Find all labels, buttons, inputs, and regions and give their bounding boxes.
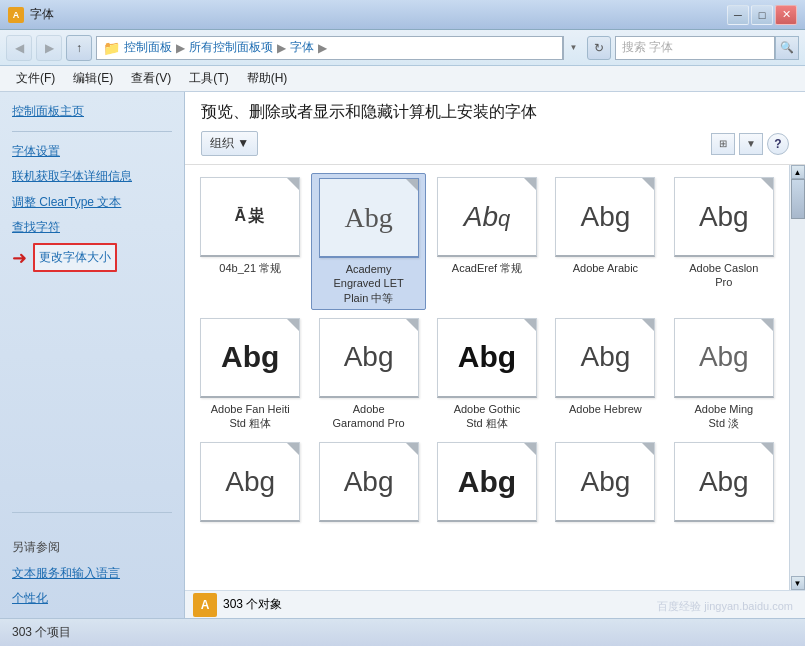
font-icon-r11: Abg — [200, 442, 300, 522]
sidebar-section-title: 另请参阅 — [12, 539, 172, 556]
title-bar-left: A 字体 — [8, 6, 54, 23]
font-item-garamond[interactable]: Abg AdobeGaramond Pro — [311, 314, 425, 435]
title-bar: A 字体 ─ □ ✕ — [0, 0, 805, 30]
address-box[interactable]: 📁 控制面板 ▶ 所有控制面板项 ▶ 字体 ▶ — [96, 36, 563, 60]
sidebar: 控制面板主页 字体设置 联机获取字体详细信息 调整 ClearType 文本 查… — [0, 92, 185, 618]
address-dropdown[interactable]: ▼ — [563, 36, 583, 60]
font-icon-r12: Abg — [319, 442, 419, 522]
menu-bar: 文件(F) 编辑(E) 查看(V) 工具(T) 帮助(H) — [0, 66, 805, 92]
sidebar-item-home[interactable]: 控制面板主页 — [12, 102, 172, 121]
close-button[interactable]: ✕ — [775, 5, 797, 25]
font-icon-fanheiti: Abg — [200, 318, 300, 398]
font-icon-arabic: Abg — [555, 177, 655, 257]
help-button[interactable]: ? — [767, 133, 789, 155]
organize-label: 组织 ▼ — [210, 135, 249, 152]
address-font[interactable]: 字体 — [290, 39, 314, 56]
font-label-caslon: Adobe CaslonPro — [689, 261, 758, 290]
content-header: 预览、删除或者显示和隐藏计算机上安装的字体 组织 ▼ ⊞ ▼ ? — [185, 92, 805, 165]
font-label-garamond: AdobeGaramond Pro — [333, 402, 405, 431]
font-icon-academy: Abg — [319, 178, 419, 258]
statusbar-count: 303 个项目 — [12, 624, 71, 641]
menu-help[interactable]: 帮助(H) — [239, 67, 296, 90]
status-bar: 303 个项目 — [0, 618, 805, 646]
menu-view[interactable]: 查看(V) — [123, 67, 179, 90]
sidebar-item-cleartype[interactable]: 调整 ClearType 文本 — [12, 193, 172, 212]
font-icon-garamond: Abg — [319, 318, 419, 398]
page-title: 预览、删除或者显示和隐藏计算机上安装的字体 — [201, 102, 789, 123]
font-label-academy: AcademyEngraved LETPlain 中等 — [333, 262, 403, 305]
view-mode-button[interactable]: ⊞ — [711, 133, 735, 155]
sidebar-divider-1 — [12, 131, 172, 132]
font-item-fanheiti[interactable]: Abg Adobe Fan HeitiStd 粗体 — [193, 314, 307, 435]
up-button[interactable]: ↑ — [66, 35, 92, 61]
window-title: 字体 — [30, 6, 54, 23]
toolbar-row: 组织 ▼ ⊞ ▼ ? — [201, 131, 789, 156]
font-item-ming[interactable]: Abg Adobe MingStd 淡 — [667, 314, 781, 435]
maximize-button[interactable]: □ — [751, 5, 773, 25]
sidebar-item-personalize[interactable]: 个性化 — [12, 589, 172, 608]
font-item-acadef[interactable]: Abq AcadEref 常规 — [430, 173, 544, 310]
font-icon-acadef: Abq — [437, 177, 537, 257]
scroll-down[interactable]: ▼ — [791, 576, 805, 590]
organize-button[interactable]: 组织 ▼ — [201, 131, 258, 156]
font-item-gothic[interactable]: Abg Adobe GothicStd 粗体 — [430, 314, 544, 435]
status-font-icon: A — [193, 593, 217, 617]
font-label-fanheiti: Adobe Fan HeitiStd 粗体 — [211, 402, 290, 431]
highlighted-link: 更改字体大小 — [33, 243, 117, 272]
font-label-hebrew: Adobe Hebrew — [569, 402, 642, 416]
font-icon-r15: Abg — [674, 442, 774, 522]
content-status: A 303 个对象 — [185, 590, 805, 618]
address-all[interactable]: 所有控制面板项 — [189, 39, 273, 56]
forward-button[interactable]: ▶ — [36, 35, 62, 61]
arrow-container: ➜ 更改字体大小 — [12, 243, 172, 272]
window-icon: A — [8, 7, 24, 23]
font-label-arabic: Adobe Arabic — [573, 261, 638, 275]
search-placeholder: 搜索 字体 — [622, 39, 673, 56]
address-cp[interactable]: 控制面板 — [124, 39, 172, 56]
font-item-academy[interactable]: Abg AcademyEngraved LETPlain 中等 — [311, 173, 425, 310]
font-icon-gothic: Abg — [437, 318, 537, 398]
font-item-r15[interactable]: Abg — [667, 438, 781, 530]
view-list-button[interactable]: ▼ — [739, 133, 763, 155]
font-label-acadef: AcadEref 常规 — [452, 261, 522, 275]
sidebar-item-findchar[interactable]: 查找字符 — [12, 218, 172, 237]
font-grid: Ā粜 04b_21 常规 Abg AcademyEngraved LETPlai… — [185, 165, 789, 590]
menu-tools[interactable]: 工具(T) — [181, 67, 236, 90]
title-controls: ─ □ ✕ — [727, 5, 797, 25]
font-item-04b21[interactable]: Ā粜 04b_21 常规 — [193, 173, 307, 310]
font-item-r11[interactable]: Abg — [193, 438, 307, 530]
font-icon-ming: Abg — [674, 318, 774, 398]
main-area: 控制面板主页 字体设置 联机获取字体详细信息 调整 ClearType 文本 查… — [0, 92, 805, 618]
menu-edit[interactable]: 编辑(E) — [65, 67, 121, 90]
font-item-caslon[interactable]: Abg Adobe CaslonPro — [667, 173, 781, 310]
font-item-hebrew[interactable]: Abg Adobe Hebrew — [548, 314, 662, 435]
font-item-r14[interactable]: Abg — [548, 438, 662, 530]
font-icon-r13: Abg — [437, 442, 537, 522]
address-bar: ◀ ▶ ↑ 📁 控制面板 ▶ 所有控制面板项 ▶ 字体 ▶ ▼ ↻ 搜索 字体 … — [0, 30, 805, 66]
menu-file[interactable]: 文件(F) — [8, 67, 63, 90]
sidebar-item-online[interactable]: 联机获取字体详细信息 — [12, 167, 172, 186]
content-count: 303 个对象 — [223, 596, 282, 613]
font-item-r12[interactable]: Abg — [311, 438, 425, 530]
arrow-icon: ➜ — [12, 247, 27, 269]
font-label-04b21: 04b_21 常规 — [219, 261, 281, 275]
sidebar-item-textservice[interactable]: 文本服务和输入语言 — [12, 564, 172, 583]
font-item-r13[interactable]: Abg — [430, 438, 544, 530]
scroll-thumb[interactable] — [791, 179, 805, 219]
font-icon-hebrew: Abg — [555, 318, 655, 398]
content-area: 预览、删除或者显示和隐藏计算机上安装的字体 组织 ▼ ⊞ ▼ ? Ā粜 — [185, 92, 805, 618]
sidebar-item-settings[interactable]: 字体设置 — [12, 142, 172, 161]
scrollbar[interactable]: ▲ ▼ — [789, 165, 805, 590]
font-label-gothic: Adobe GothicStd 粗体 — [454, 402, 521, 431]
font-icon-04b21: Ā粜 — [200, 177, 300, 257]
refresh-button[interactable]: ↻ — [587, 36, 611, 60]
search-box[interactable]: 搜索 字体 — [615, 36, 775, 60]
view-controls: ⊞ ▼ ? — [711, 133, 789, 155]
search-button[interactable]: 🔍 — [775, 36, 799, 60]
sidebar-item-fontsize[interactable]: 更改字体大小 — [39, 248, 111, 267]
back-button[interactable]: ◀ — [6, 35, 32, 61]
scroll-up[interactable]: ▲ — [791, 165, 805, 179]
minimize-button[interactable]: ─ — [727, 5, 749, 25]
font-item-arabic[interactable]: Abg Adobe Arabic — [548, 173, 662, 310]
folder-icon: 📁 — [103, 40, 120, 56]
